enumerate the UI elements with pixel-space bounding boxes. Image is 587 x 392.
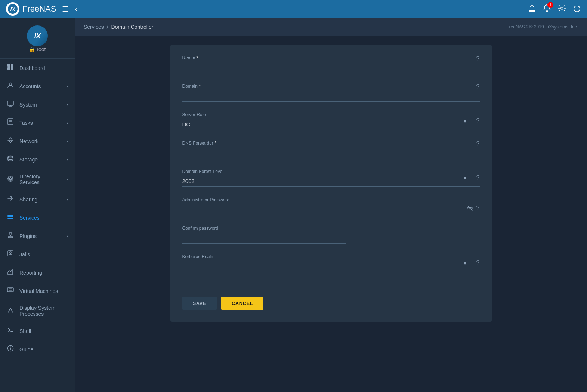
storage-arrow: › <box>67 157 68 162</box>
sidebar-item-label-shell: Shell <box>19 328 31 334</box>
svg-point-15 <box>9 218 10 219</box>
domain-field: Domain * ? <box>182 84 480 102</box>
svg-rect-4 <box>11 64 13 67</box>
sharing-arrow: › <box>67 197 68 202</box>
sidebar-item-plugins[interactable]: Plugins › <box>0 227 75 245</box>
sidebar-item-network[interactable]: Network › <box>0 132 75 150</box>
password-icons: ? <box>467 205 480 213</box>
domain-required: * <box>199 84 201 89</box>
admin-password-field: Administrator Password ? <box>182 197 480 215</box>
sidebar: iX 🔒 root Dashboard <box>0 18 75 392</box>
reporting-icon <box>7 268 14 277</box>
sidebar-item-guide[interactable]: Guide <box>0 340 75 358</box>
plugins-arrow: › <box>67 234 68 239</box>
server-role-field: Server Role DC Member ▾ ? <box>182 112 480 130</box>
avatar: iX <box>27 25 48 46</box>
sidebar-item-label-plugins: Plugins <box>19 233 37 239</box>
dns-forwarder-field: DNS Forwarder * ? <box>182 141 480 158</box>
server-role-select[interactable]: DC Member <box>182 119 480 130</box>
confirm-password-field: Confirm password <box>182 226 480 244</box>
domain-label: Domain * <box>182 84 480 89</box>
kerberos-realm-label: Kerberos Realm <box>182 254 480 259</box>
virtual-machines-icon <box>7 287 14 295</box>
back-icon[interactable]: ‹ <box>75 5 77 13</box>
sidebar-item-tasks[interactable]: Tasks › <box>0 114 75 132</box>
server-role-label: Server Role <box>182 112 480 117</box>
guide-icon <box>7 345 14 354</box>
breadcrumb-separator: / <box>107 24 108 30</box>
jails-icon <box>7 250 14 259</box>
menu-icon[interactable]: ☰ <box>62 4 69 13</box>
power-icon[interactable] <box>573 4 581 14</box>
confirm-password-input[interactable] <box>182 232 346 244</box>
sidebar-item-sharing[interactable]: Sharing › <box>0 190 75 209</box>
realm-required: * <box>197 55 198 61</box>
kerberos-realm-select[interactable] <box>182 261 480 272</box>
directory-services-icon <box>7 175 14 184</box>
sidebar-item-services[interactable]: Services <box>0 209 75 227</box>
svg-rect-8 <box>7 101 13 105</box>
system-icon <box>7 100 14 109</box>
kerberos-realm-help-icon[interactable]: ? <box>476 260 480 266</box>
svg-point-2 <box>561 7 563 9</box>
svg-point-13 <box>9 215 10 216</box>
shell-icon <box>7 327 14 335</box>
domain-forest-level-field: Domain Forest Level 2000 2003 2008 2008_… <box>182 169 480 187</box>
dns-forwarder-required: * <box>214 141 216 146</box>
directory-services-arrow: › <box>67 177 68 182</box>
realm-help-icon[interactable]: ? <box>476 55 480 62</box>
svg-rect-6 <box>11 67 13 70</box>
svg-point-10 <box>8 156 13 158</box>
display-system-processes-icon <box>7 307 14 315</box>
server-role-help-icon[interactable]: ? <box>476 118 480 124</box>
dns-forwarder-input[interactable] <box>182 147 480 158</box>
notification-icon[interactable]: 1 <box>543 4 551 14</box>
sidebar-item-storage[interactable]: Storage › <box>0 150 75 169</box>
realm-input[interactable] <box>182 62 480 73</box>
dns-forwarder-help-icon[interactable]: ? <box>476 141 480 147</box>
domain-forest-level-label: Domain Forest Level <box>182 169 480 174</box>
sidebar-item-display-system-processes[interactable]: Display System Processes <box>0 300 75 322</box>
settings-icon[interactable] <box>558 4 566 14</box>
sidebar-item-jails[interactable]: Jails <box>0 245 75 263</box>
confirm-password-label: Confirm password <box>182 226 480 231</box>
svg-rect-5 <box>7 67 10 70</box>
sidebar-item-dashboard[interactable]: Dashboard <box>0 59 75 77</box>
sidebar-item-label-system: System <box>19 102 37 108</box>
admin-password-label: Administrator Password <box>182 197 456 203</box>
toggle-password-icon[interactable] <box>467 205 473 213</box>
tasks-arrow: › <box>67 120 68 126</box>
sidebar-item-directory-services[interactable]: Directory Services › <box>0 169 75 190</box>
notification-badge: 1 <box>547 2 553 8</box>
upload-icon[interactable] <box>528 4 536 14</box>
sidebar-item-system[interactable]: System › <box>0 95 75 114</box>
domain-help-icon[interactable]: ? <box>476 84 480 90</box>
logo-text: FreeNAS <box>22 4 56 14</box>
realm-label: Realm * <box>182 55 480 61</box>
admin-password-input[interactable] <box>182 204 456 215</box>
form-body: Realm * ? Domain * ? Server Role DC <box>170 45 492 272</box>
accounts-icon <box>7 82 14 90</box>
form-actions: SAVE CANCEL <box>170 289 492 310</box>
sidebar-item-shell[interactable]: Shell <box>0 322 75 340</box>
breadcrumb-parent[interactable]: Services <box>84 24 104 30</box>
save-button[interactable]: SAVE <box>182 297 217 310</box>
sidebar-item-label-accounts: Accounts <box>19 83 41 89</box>
admin-password-help-icon[interactable]: ? <box>476 205 480 213</box>
sidebar-item-accounts[interactable]: Accounts › <box>0 77 75 95</box>
domain-input[interactable] <box>182 90 480 102</box>
sidebar-item-label-guide: Guide <box>19 346 33 352</box>
cancel-button[interactable]: CANCEL <box>221 297 263 310</box>
sidebar-item-label-services: Services <box>19 215 40 221</box>
sidebar-item-label-network: Network <box>19 138 38 144</box>
sidebar-item-virtual-machines[interactable]: Virtual Machines <box>0 282 75 300</box>
breadcrumb-current: Domain Controller <box>111 24 154 30</box>
domain-forest-level-select[interactable]: 2000 2003 2008 2008_R2 2012 2012_R2 <box>182 176 480 187</box>
domain-forest-level-help-icon[interactable]: ? <box>476 175 480 181</box>
network-icon <box>7 137 14 145</box>
sidebar-nav: Dashboard Accounts › System › <box>0 59 75 358</box>
copyright-text: FreeNAS® © 2019 - iXsystems, Inc. <box>506 24 578 30</box>
kerberos-realm-field: Kerberos Realm ▾ ? <box>182 254 480 272</box>
plugins-icon <box>7 232 14 240</box>
sidebar-item-reporting[interactable]: Reporting <box>0 263 75 282</box>
